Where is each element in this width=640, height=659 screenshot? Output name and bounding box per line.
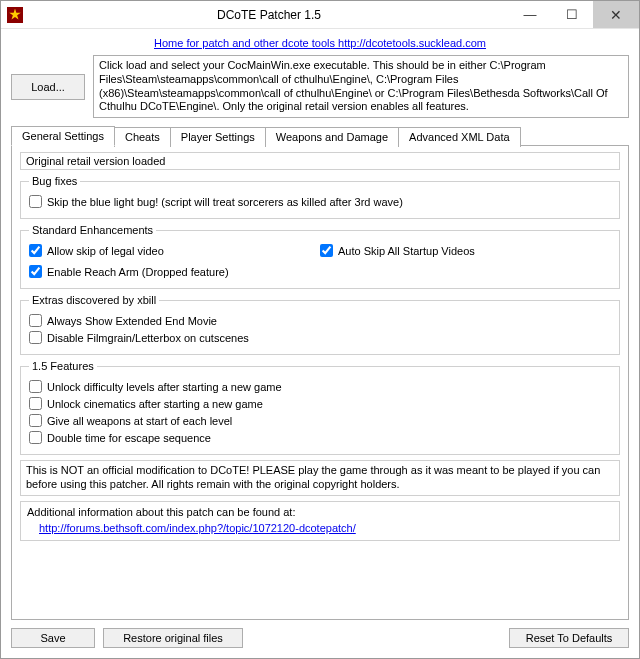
client-area: Home for patch and other dcote tools htt… (1, 29, 639, 658)
app-icon (7, 7, 23, 23)
home-link[interactable]: Home for patch and other dcote tools htt… (154, 37, 486, 49)
checkbox-allow-skip-legal-input[interactable] (29, 244, 42, 257)
group-extras-xbill: Extras discovered by xbill Always Show E… (20, 294, 620, 355)
spacer (251, 628, 501, 648)
top-row: Load... Click load and select your CocMa… (11, 55, 629, 118)
tab-content: Original retail version loaded Bug fixes… (11, 145, 629, 620)
checkbox-always-extended-end[interactable]: Always Show Extended End Movie (29, 314, 611, 327)
tab-player-settings[interactable]: Player Settings (170, 127, 266, 147)
minimize-button[interactable]: — (509, 1, 551, 28)
restore-original-files-button[interactable]: Restore original files (103, 628, 243, 648)
close-button[interactable]: ✕ (593, 1, 639, 28)
tab-advanced-xml[interactable]: Advanced XML Data (398, 127, 520, 147)
home-link-row: Home for patch and other dcote tools htt… (11, 37, 629, 49)
close-icon: ✕ (610, 7, 622, 23)
save-button[interactable]: Save (11, 628, 95, 648)
checkbox-always-extended-end-label: Always Show Extended End Movie (47, 315, 217, 327)
group-standard-enhancements: Standard Enhancements Allow skip of lega… (20, 224, 620, 289)
checkbox-disable-filmgrain-input[interactable] (29, 331, 42, 344)
tab-weapons-damage[interactable]: Weapons and Damage (265, 127, 399, 147)
minimize-icon: — (524, 7, 537, 22)
checkbox-give-all-weapons[interactable]: Give all weapons at start of each level (29, 414, 611, 427)
checkbox-skip-blue-light-label: Skip the blue light bug! (script will tr… (47, 196, 403, 208)
checkbox-skip-blue-light-input[interactable] (29, 195, 42, 208)
titlebar: DCoTE Patcher 1.5 — ☐ ✕ (1, 1, 639, 29)
checkbox-disable-filmgrain[interactable]: Disable Filmgrain/Letterbox on cutscenes (29, 331, 611, 344)
window-controls: — ☐ ✕ (509, 1, 639, 28)
checkbox-auto-skip-startup-input[interactable] (320, 244, 333, 257)
checkbox-always-extended-end-input[interactable] (29, 314, 42, 327)
instructions-box: Click load and select your CocMainWin.ex… (93, 55, 629, 118)
checkbox-enable-reach-arm-input[interactable] (29, 265, 42, 278)
group-extras-legend: Extras discovered by xbill (29, 294, 159, 306)
checkbox-unlock-difficulty-label: Unlock difficulty levels after starting … (47, 381, 282, 393)
checkbox-disable-filmgrain-label: Disable Filmgrain/Letterbox on cutscenes (47, 332, 249, 344)
reset-to-defaults-button[interactable]: Reset To Defaults (509, 628, 629, 648)
group-15-features: 1.5 Features Unlock difficulty levels af… (20, 360, 620, 455)
tab-strip: General Settings Cheats Player Settings … (11, 126, 629, 146)
checkbox-give-all-weapons-label: Give all weapons at start of each level (47, 415, 232, 427)
checkbox-skip-blue-light[interactable]: Skip the blue light bug! (script will tr… (29, 195, 611, 208)
checkbox-unlock-cinematics[interactable]: Unlock cinematics after starting a new g… (29, 397, 611, 410)
checkbox-unlock-cinematics-label: Unlock cinematics after starting a new g… (47, 398, 263, 410)
group-bugfixes: Bug fixes Skip the blue light bug! (scri… (20, 175, 620, 219)
tab-general-settings[interactable]: General Settings (11, 126, 115, 146)
checkbox-allow-skip-legal-label: Allow skip of legal video (47, 245, 164, 257)
moreinfo-text: Additional information about this patch … (27, 506, 613, 518)
group-bugfixes-legend: Bug fixes (29, 175, 80, 187)
checkbox-enable-reach-arm-label: Enable Reach Arm (Dropped feature) (47, 266, 229, 278)
maximize-button[interactable]: ☐ (551, 1, 593, 28)
checkbox-unlock-cinematics-input[interactable] (29, 397, 42, 410)
maximize-icon: ☐ (566, 7, 578, 22)
window-title: DCoTE Patcher 1.5 (29, 8, 509, 22)
disclaimer-box: This is NOT an official modification to … (20, 460, 620, 496)
checkbox-allow-skip-legal[interactable]: Allow skip of legal video (29, 244, 320, 257)
checkbox-unlock-difficulty-input[interactable] (29, 380, 42, 393)
group-standard-legend: Standard Enhancements (29, 224, 156, 236)
moreinfo-link[interactable]: http://forums.bethsoft.com/index.php?/to… (39, 522, 356, 534)
checkbox-auto-skip-startup[interactable]: Auto Skip All Startup Videos (320, 244, 611, 257)
checkbox-enable-reach-arm[interactable]: Enable Reach Arm (Dropped feature) (29, 265, 611, 278)
checkbox-double-escape-label: Double time for escape sequence (47, 432, 211, 444)
checkbox-give-all-weapons-input[interactable] (29, 414, 42, 427)
tab-cheats[interactable]: Cheats (114, 127, 171, 147)
moreinfo-box: Additional information about this patch … (20, 501, 620, 541)
status-box: Original retail version loaded (20, 152, 620, 170)
app-window: DCoTE Patcher 1.5 — ☐ ✕ Home for patch a… (0, 0, 640, 659)
checkbox-double-escape-input[interactable] (29, 431, 42, 444)
checkbox-auto-skip-startup-label: Auto Skip All Startup Videos (338, 245, 475, 257)
checkbox-double-escape[interactable]: Double time for escape sequence (29, 431, 611, 444)
bottom-button-row: Save Restore original files Reset To Def… (11, 628, 629, 648)
checkbox-unlock-difficulty[interactable]: Unlock difficulty levels after starting … (29, 380, 611, 393)
load-button[interactable]: Load... (11, 74, 85, 100)
group-15-legend: 1.5 Features (29, 360, 97, 372)
